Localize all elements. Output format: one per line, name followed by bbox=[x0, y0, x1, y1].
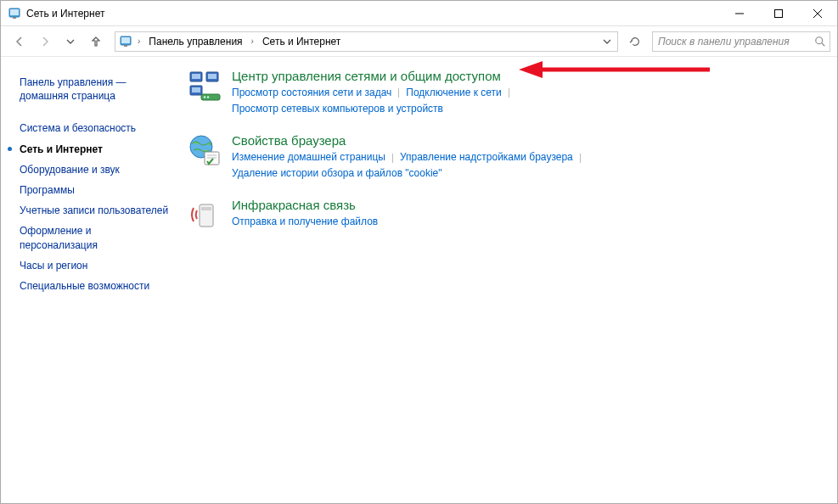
sidebar-item-network[interactable]: Сеть и Интернет bbox=[20, 139, 171, 160]
body: Панель управления — домашняя страница Си… bbox=[1, 57, 837, 503]
svg-rect-15 bbox=[208, 74, 217, 79]
forward-button[interactable] bbox=[33, 30, 57, 53]
sidebar-item-accounts[interactable]: Учетные записи пользователей bbox=[20, 200, 171, 221]
svg-rect-2 bbox=[13, 17, 16, 19]
category-body: Свойства браузера Изменение домашней стр… bbox=[232, 133, 820, 181]
svg-rect-9 bbox=[124, 45, 127, 47]
breadcrumb-dropdown[interactable] bbox=[599, 32, 614, 51]
maximize-button[interactable] bbox=[759, 1, 798, 26]
sidebar-item-programs[interactable]: Программы bbox=[20, 180, 171, 200]
search-icon[interactable] bbox=[814, 36, 826, 48]
svg-rect-8 bbox=[121, 37, 130, 43]
sublinks: Изменение домашней страницыУправление на… bbox=[232, 149, 820, 181]
window-title: Сеть и Интернет bbox=[26, 8, 104, 20]
chevron-right-icon[interactable]: › bbox=[136, 36, 142, 46]
svg-rect-13 bbox=[192, 74, 200, 79]
category-browser: Свойства браузера Изменение домашней стр… bbox=[188, 133, 820, 181]
link-send-receive-files[interactable]: Отправка и получение файлов bbox=[232, 216, 378, 227]
link-separator bbox=[398, 88, 399, 98]
svg-rect-26 bbox=[201, 207, 211, 210]
sidebar-home[interactable]: Панель управления — домашняя страница bbox=[20, 72, 171, 106]
chevron-right-icon[interactable]: › bbox=[250, 36, 256, 46]
link-separator bbox=[392, 154, 393, 163]
navbar: › Панель управления › Сеть и Интернет bbox=[1, 26, 837, 57]
sublinks: Отправка и получение файлов bbox=[232, 214, 820, 230]
search-input[interactable] bbox=[656, 35, 814, 48]
network-sharing-icon bbox=[188, 69, 222, 103]
internet-options-icon bbox=[188, 133, 222, 167]
sidebar: Панель управления — домашняя страница Си… bbox=[1, 57, 179, 503]
minimize-button[interactable] bbox=[720, 1, 759, 26]
category-network-sharing: Центр управления сетями и общим доступом… bbox=[188, 69, 820, 116]
link-change-homepage[interactable]: Изменение домашней страницы bbox=[232, 151, 385, 163]
link-view-status[interactable]: Просмотр состояния сети и задач bbox=[232, 87, 391, 98]
sidebar-item-clock[interactable]: Часы и регион bbox=[20, 255, 171, 276]
category-infrared: Инфракрасная связь Отправка и получение … bbox=[188, 198, 820, 232]
link-manage-addons[interactable]: Управление надстройками браузера bbox=[400, 151, 573, 163]
svg-rect-4 bbox=[775, 9, 783, 17]
category-body: Центр управления сетями и общим доступом… bbox=[232, 69, 820, 116]
svg-point-10 bbox=[816, 36, 823, 43]
sidebar-item-hardware[interactable]: Оборудование и звук bbox=[20, 160, 171, 180]
link-separator bbox=[580, 154, 581, 163]
recent-locations-button[interactable] bbox=[59, 30, 82, 53]
link-view-computers[interactable]: Просмотр сетевых компьютеров и устройств bbox=[232, 103, 443, 115]
close-button[interactable] bbox=[798, 1, 837, 26]
svg-line-11 bbox=[822, 42, 825, 46]
svg-point-19 bbox=[204, 96, 205, 98]
up-button[interactable] bbox=[84, 30, 108, 53]
sidebar-item-appearance[interactable]: Оформление и персонализация bbox=[20, 221, 171, 255]
refresh-button[interactable] bbox=[625, 31, 645, 52]
titlebar: Сеть и Интернет bbox=[1, 1, 837, 26]
category-title-network-sharing[interactable]: Центр управления сетями и общим доступом bbox=[232, 69, 820, 83]
breadcrumb[interactable]: › Панель управления › Сеть и Интернет bbox=[115, 31, 618, 52]
link-connect-network[interactable]: Подключение к сети bbox=[406, 87, 501, 98]
sidebar-item-accessibility[interactable]: Специальные возможности bbox=[20, 276, 171, 296]
svg-rect-17 bbox=[192, 87, 200, 92]
link-delete-history[interactable]: Удаление истории обзора и файлов "cookie… bbox=[232, 167, 442, 179]
sublinks: Просмотр состояния сети и задачПодключен… bbox=[232, 85, 820, 116]
control-panel-icon bbox=[8, 7, 21, 20]
link-separator bbox=[509, 88, 509, 98]
category-title-infrared[interactable]: Инфракрасная связь bbox=[232, 198, 820, 212]
category-body: Инфракрасная связь Отправка и получение … bbox=[232, 198, 820, 232]
sidebar-item-system[interactable]: Система и безопасность bbox=[20, 118, 171, 138]
breadcrumb-item-network[interactable]: Сеть и Интернет bbox=[259, 34, 344, 49]
control-panel-icon bbox=[119, 35, 132, 48]
breadcrumb-item-control-panel[interactable]: Панель управления bbox=[145, 34, 245, 49]
category-title-browser[interactable]: Свойства браузера bbox=[232, 133, 820, 148]
infrared-icon bbox=[188, 198, 222, 232]
content: Центр управления сетями и общим доступом… bbox=[179, 57, 837, 503]
back-button[interactable] bbox=[8, 30, 31, 53]
svg-rect-1 bbox=[10, 9, 19, 15]
search-box[interactable] bbox=[652, 31, 830, 52]
svg-point-20 bbox=[207, 96, 209, 98]
window-controls bbox=[720, 1, 837, 26]
